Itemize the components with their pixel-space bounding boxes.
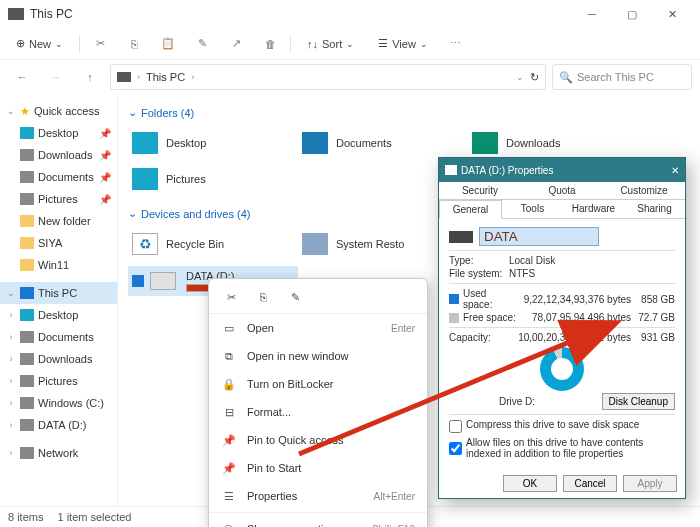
desktop-icon <box>20 127 34 139</box>
chevron-down-icon[interactable]: ⌄ <box>516 72 524 82</box>
sidebar-item-network[interactable]: ›Network <box>0 442 117 464</box>
maximize-button[interactable]: ▢ <box>612 0 652 28</box>
properties-icon: ☰ <box>221 490 237 503</box>
tab-security[interactable]: Security <box>439 182 521 199</box>
disk-cleanup-button[interactable]: Disk Cleanup <box>602 393 675 410</box>
more-icon: ⧂ <box>221 523 237 528</box>
menu-more[interactable]: ⧂Show more optionsShift+F10 <box>209 515 427 527</box>
documents-icon <box>20 171 34 183</box>
refresh-icon[interactable]: ↻ <box>530 71 539 84</box>
compress-row[interactable]: Compress this drive to save disk space <box>449 419 675 433</box>
rename-icon[interactable]: ✎ <box>281 285 309 309</box>
menu-bitlocker[interactable]: 🔒Turn on BitLocker <box>209 370 427 398</box>
tab-quota[interactable]: Quota <box>521 182 603 199</box>
label: Windows (C:) <box>38 397 104 409</box>
apply-button[interactable]: Apply <box>623 475 677 492</box>
cut-icon[interactable]: ✂ <box>217 285 245 309</box>
cancel-button[interactable]: Cancel <box>563 475 617 492</box>
tab-hardware[interactable]: Hardware <box>563 200 624 218</box>
sidebar-item-downloads2[interactable]: ›Downloads <box>0 348 117 370</box>
index-label: Allow files on this drive to have conten… <box>466 437 675 459</box>
minimize-button[interactable]: ─ <box>572 0 612 28</box>
label: Devices and drives (4) <box>141 208 250 220</box>
folder-downloads[interactable]: Downloads <box>468 125 638 161</box>
share-icon[interactable]: ↗ <box>224 32 248 56</box>
menu-open[interactable]: ▭OpenEnter <box>209 314 427 342</box>
label: Documents <box>38 331 94 343</box>
menu-pin-start[interactable]: 📌Pin to Start <box>209 454 427 482</box>
copy-icon[interactable]: ⎘ <box>249 285 277 309</box>
toolbar: ⊕ New ⌄ ✂ ⎘ 📋 ✎ ↗ 🗑 ↑↓ Sort ⌄ ☰ View ⌄ ⋯ <box>0 28 700 60</box>
menu-pin-quick[interactable]: 📌Pin to Quick access <box>209 426 427 454</box>
label: SIYA <box>38 237 62 249</box>
menu-properties[interactable]: ☰PropertiesAlt+Enter <box>209 482 427 510</box>
sidebar-item-pictures2[interactable]: ›Pictures <box>0 370 117 392</box>
tabs-row-2: General Tools Hardware Sharing <box>439 200 685 219</box>
up-button[interactable]: ↑ <box>76 63 104 91</box>
sidebar-item-downloads[interactable]: Downloads📌 <box>0 144 117 166</box>
sort-button[interactable]: ↑↓ Sort ⌄ <box>299 34 362 54</box>
back-button[interactable]: ← <box>8 63 36 91</box>
address-bar[interactable]: › This PC › ⌄ ↻ <box>110 64 546 90</box>
new-button[interactable]: ⊕ New ⌄ <box>8 33 71 54</box>
paste-icon[interactable]: 📋 <box>156 32 180 56</box>
thispc-icon <box>20 287 34 299</box>
chevron-down-icon: ⌄ <box>55 39 63 49</box>
folder-desktop[interactable]: Desktop <box>128 125 298 161</box>
label: Win11 <box>38 259 69 271</box>
sidebar-item-desktop2[interactable]: ›Desktop <box>0 304 117 326</box>
chevron-right-icon: › <box>137 72 140 82</box>
sidebar-item-desktop[interactable]: Desktop📌 <box>0 122 117 144</box>
folder-documents[interactable]: Documents <box>298 125 468 161</box>
context-menu: ✂ ⎘ ✎ ▭OpenEnter ⧉Open in new window 🔒Tu… <box>208 278 428 527</box>
drive-icon <box>445 165 457 175</box>
tab-general[interactable]: General <box>439 200 502 219</box>
label: DATA (D:) <box>38 419 86 431</box>
cut-icon[interactable]: ✂ <box>88 32 112 56</box>
compress-checkbox[interactable] <box>449 420 462 433</box>
dialog-titlebar[interactable]: DATA (D:) Properties ✕ <box>439 158 685 182</box>
checkbox-checked-icon[interactable] <box>132 275 144 287</box>
close-button[interactable]: ✕ <box>652 0 692 28</box>
tab-customize[interactable]: Customize <box>603 182 685 199</box>
close-icon[interactable]: ✕ <box>671 165 679 176</box>
sidebar-item-documents[interactable]: Documents📌 <box>0 166 117 188</box>
sidebar-item-thispc[interactable]: ⌄This PC <box>0 282 117 304</box>
documents-icon <box>302 132 328 154</box>
used-label: Used space: <box>463 288 517 310</box>
sidebar-item-data-d[interactable]: ›DATA (D:) <box>0 414 117 436</box>
drive-recycle[interactable]: Recycle Bin <box>128 226 298 262</box>
tab-sharing[interactable]: Sharing <box>624 200 685 218</box>
section-folders[interactable]: Folders (4) <box>128 106 690 119</box>
index-row[interactable]: Allow files on this drive to have conten… <box>449 437 675 459</box>
sidebar-item-siya[interactable]: SIYA <box>0 232 117 254</box>
sidebar-item-quick[interactable]: ⌄★Quick access <box>0 100 117 122</box>
chevron-down-icon: ⌄ <box>420 39 428 49</box>
menu-open-new[interactable]: ⧉Open in new window <box>209 342 427 370</box>
sidebar-item-windows-c[interactable]: ›Windows (C:) <box>0 392 117 414</box>
sidebar-item-win11[interactable]: Win11 <box>0 254 117 276</box>
rename-icon[interactable]: ✎ <box>190 32 214 56</box>
copy-icon[interactable]: ⎘ <box>122 32 146 56</box>
label: Pictures <box>38 193 78 205</box>
label: System Resto <box>336 238 404 250</box>
sidebar-item-documents2[interactable]: ›Documents <box>0 326 117 348</box>
breadcrumb[interactable]: This PC <box>146 71 185 83</box>
more-icon[interactable]: ⋯ <box>444 32 468 56</box>
search-input[interactable]: 🔍 Search This PC <box>552 64 692 90</box>
folder-pictures[interactable]: Pictures <box>128 161 298 197</box>
menu-format[interactable]: ⊟Format... <box>209 398 427 426</box>
sidebar-item-pictures[interactable]: Pictures📌 <box>0 188 117 210</box>
drive-name-input[interactable] <box>479 227 599 246</box>
label: Desktop <box>38 127 78 139</box>
ok-button[interactable]: OK <box>503 475 557 492</box>
tab-tools[interactable]: Tools <box>502 200 563 218</box>
label: Pin to Quick access <box>247 434 344 446</box>
index-checkbox[interactable] <box>449 438 462 459</box>
pin-icon: 📌 <box>99 150 111 161</box>
pin-icon: 📌 <box>99 172 111 183</box>
delete-icon[interactable]: 🗑 <box>258 32 282 56</box>
forward-button[interactable]: → <box>42 63 70 91</box>
sidebar-item-newfolder[interactable]: New folder <box>0 210 117 232</box>
view-button[interactable]: ☰ View ⌄ <box>370 33 436 54</box>
